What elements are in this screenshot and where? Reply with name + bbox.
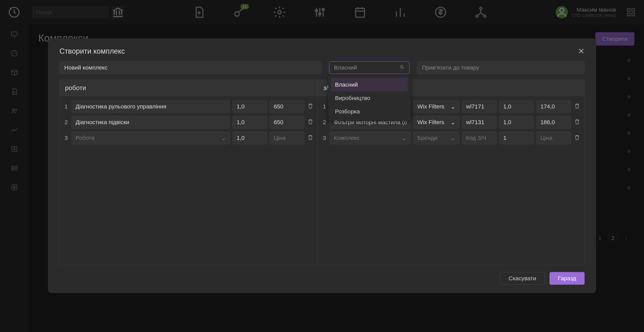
work-price-input[interactable] [270, 116, 304, 129]
part-code-input[interactable] [462, 116, 496, 129]
part-price-input[interactable] [536, 100, 571, 113]
chevron-down-icon: ⌄ [450, 135, 455, 141]
part-qty-input[interactable] [499, 132, 534, 144]
part-name-select[interactable]: Комплекс⌄ [330, 132, 411, 144]
works-body: 1 2 3 Робота⌄ [60, 96, 318, 265]
modal-footer: Скасувати Гаразд [48, 265, 596, 293]
bind-product-placeholder: Прив'язати до товару [422, 64, 479, 71]
type-select-value: Власний [334, 64, 357, 71]
svg-point-25 [400, 65, 403, 68]
trash-icon[interactable] [307, 118, 314, 126]
modal-header: Створити комплекс ✕ [48, 38, 596, 61]
work-qty-input[interactable] [232, 116, 267, 129]
parts-body: 1 Wix Filters⌄ 2 Wix Filters⌄ [318, 96, 584, 265]
tables: роботи 1 2 3 Робота⌄ [60, 80, 584, 265]
part-price-input[interactable] [536, 116, 571, 129]
row-number: 3 [322, 135, 327, 141]
modal-title: Створити комплекс [60, 47, 125, 55]
works-header: роботи [60, 80, 318, 96]
works-row: 3 Робота⌄ [64, 130, 314, 146]
work-qty-input[interactable] [232, 100, 267, 113]
complex-name-input[interactable] [60, 61, 321, 74]
trash-icon[interactable] [307, 134, 314, 142]
ok-button[interactable]: Гаразд [550, 272, 584, 285]
cancel-button[interactable]: Скасувати [500, 272, 545, 285]
close-icon[interactable]: ✕ [578, 47, 584, 55]
part-price-input[interactable] [536, 132, 571, 144]
create-complex-modal: Створити комплекс ✕ Власний Власний Виро… [48, 38, 596, 293]
modal-top-row: Власний Власний Виробництво Розборка При… [48, 61, 596, 80]
work-name-input[interactable] [72, 116, 230, 129]
chevron-down-icon: ⌄ [450, 103, 455, 110]
works-row: 1 [64, 99, 314, 114]
work-price-input[interactable] [270, 100, 304, 113]
work-qty-input[interactable] [232, 132, 267, 144]
part-code-input[interactable] [462, 132, 496, 144]
works-row: 2 [64, 114, 314, 130]
work-name-input[interactable] [72, 100, 230, 113]
type-option-own[interactable]: Власний [331, 78, 408, 91]
trash-icon[interactable] [574, 134, 580, 142]
part-brand-select[interactable]: Wix Filters⌄ [413, 116, 459, 129]
trash-icon[interactable] [307, 102, 314, 111]
type-select[interactable]: Власний Власний Виробництво Розборка [329, 61, 410, 74]
part-qty-input[interactable] [499, 116, 534, 129]
type-option-production[interactable]: Виробництво [331, 91, 408, 105]
row-number: 3 [64, 135, 69, 141]
bind-product-input[interactable]: Прив'язати до товару [417, 61, 584, 74]
search-icon [400, 64, 404, 71]
row-number: 1 [64, 103, 69, 110]
row-number: 1 [322, 103, 327, 110]
row-number: 2 [64, 119, 69, 125]
part-code-input[interactable] [462, 100, 496, 113]
work-name-select[interactable]: Робота⌄ [72, 132, 230, 144]
parts-row: 3 Комплекс⌄ Бренди⌄ [322, 130, 580, 146]
chevron-down-icon: ⌄ [450, 119, 455, 126]
type-option-disassembly[interactable]: Розборка [331, 105, 408, 118]
part-qty-input[interactable] [499, 100, 534, 113]
trash-icon[interactable] [574, 102, 580, 111]
part-brand-select[interactable]: Бренди⌄ [413, 132, 459, 144]
type-dropdown: Власний Виробництво Розборка [328, 76, 410, 120]
chevron-down-icon: ⌄ [221, 135, 226, 141]
part-brand-select[interactable]: Wix Filters⌄ [413, 100, 459, 113]
work-price-input[interactable] [270, 132, 304, 144]
row-number: 2 [322, 119, 327, 125]
trash-icon[interactable] [574, 118, 580, 126]
works-column: роботи 1 2 3 Робота⌄ [60, 80, 318, 265]
chevron-down-icon: ⌄ [402, 135, 407, 141]
